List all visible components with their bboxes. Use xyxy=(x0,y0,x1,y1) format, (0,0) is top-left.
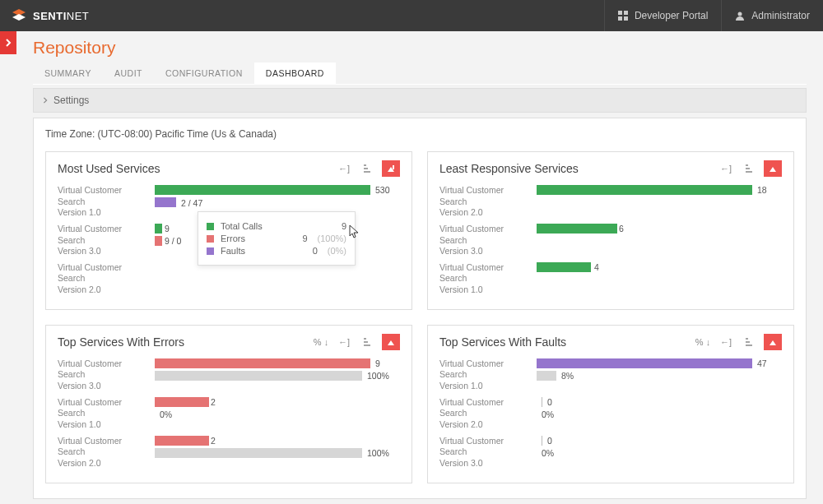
developer-portal-link[interactable]: Developer Portal xyxy=(604,0,721,31)
brand-icon xyxy=(10,9,28,22)
brand-logo[interactable]: SENTINET xyxy=(0,9,89,22)
svg-rect-3 xyxy=(624,11,628,15)
value-label: 9 xyxy=(165,224,170,234)
tab-summary[interactable]: SUMMARY xyxy=(33,62,103,84)
settings-toggle[interactable]: Settings xyxy=(33,88,807,113)
tab-audit[interactable]: AUDIT xyxy=(103,62,154,84)
sort-icon[interactable] xyxy=(359,335,375,349)
brand-text: SENTINET xyxy=(33,10,89,22)
card-most-used: Most Used Services ←] xyxy=(45,151,412,310)
pct-toggle[interactable]: % ↓ xyxy=(313,335,329,349)
svg-point-6 xyxy=(738,12,742,16)
grid-icon xyxy=(618,11,628,21)
card-title: Top Services With Faults xyxy=(439,335,566,349)
sort-icon[interactable] xyxy=(359,161,375,176)
tab-configuration[interactable]: CONFIGURATION xyxy=(154,62,254,84)
svg-rect-4 xyxy=(618,16,622,21)
card-top-faults: Top Services With Faults % ↓ ←] Virtual … xyxy=(427,325,794,483)
chevron-right-icon xyxy=(4,39,12,47)
pause-icon[interactable] xyxy=(764,334,782,350)
chart-row: Virtual Customer Search Version 2.0 xyxy=(58,262,400,296)
svg-rect-2 xyxy=(618,11,622,15)
errors-faults-label: 9 / 0 xyxy=(165,236,181,246)
chart-row: Virtual Customer SearchVersion 2.0 0 0% xyxy=(439,397,782,431)
chart-tooltip: Total Calls9 Errors9(100%) Faults0(0%) xyxy=(198,211,356,266)
developer-portal-label: Developer Portal xyxy=(635,10,708,21)
legend-swatch-red xyxy=(207,235,214,243)
collapse-icon[interactable]: ←] xyxy=(718,161,734,176)
sort-icon[interactable] xyxy=(741,335,757,349)
chart-row: Virtual Customer SearchVersion 2.0 18 xyxy=(439,185,782,219)
timezone-text: Time Zone: (UTC-08:00) Pacific Time (Us … xyxy=(45,128,794,140)
user-icon xyxy=(735,11,745,21)
chart-row: Virtual Customer SearchVersion 1.0 47 8% xyxy=(439,358,782,392)
legend-swatch-green xyxy=(207,223,214,230)
svg-rect-5 xyxy=(624,16,628,21)
chart-row: Virtual Customer SearchVersion 1.0 2 0% xyxy=(58,397,400,431)
tab-bar: SUMMARY AUDIT CONFIGURATION DASHBOARD xyxy=(33,62,807,85)
chart-row: Virtual Customer SearchVersion 2.0 2 100… xyxy=(58,436,400,469)
chart-row: Virtual Customer SearchVersion 3.0 6 xyxy=(439,224,782,257)
service-name: Virtual Customer Search Version 2.0 xyxy=(58,262,145,296)
collapse-icon[interactable]: ←] xyxy=(336,161,352,176)
chevron-right-icon xyxy=(42,97,49,104)
svg-marker-1 xyxy=(12,14,26,21)
top-bar: SENTINET Developer Portal Administrator xyxy=(0,0,823,31)
card-title: Top Services With Errors xyxy=(58,335,184,349)
page-title: Repository xyxy=(33,38,807,58)
user-label: Administrator xyxy=(751,10,810,21)
user-menu[interactable]: Administrator xyxy=(721,0,823,31)
tab-dashboard[interactable]: DASHBOARD xyxy=(254,62,336,84)
service-name: Virtual Customer Search Version 3.0 xyxy=(58,224,145,257)
chart-row: Virtual Customer SearchVersion 3.0 9 100… xyxy=(58,358,400,392)
pause-icon[interactable] xyxy=(764,160,782,177)
pause-icon[interactable] xyxy=(382,334,400,350)
collapse-icon[interactable]: ←] xyxy=(336,335,352,349)
page: Repository SUMMARY AUDIT CONFIGURATION D… xyxy=(16,31,823,504)
service-name: Virtual Customer Search Version 1.0 xyxy=(58,185,145,219)
card-title: Least Responsive Services xyxy=(439,162,579,175)
pause-icon[interactable] xyxy=(382,160,400,177)
chart-row: Virtual Customer SearchVersion 1.0 4 xyxy=(439,262,782,296)
pct-toggle[interactable]: % ↓ xyxy=(695,335,711,349)
sidebar-toggle[interactable] xyxy=(0,31,16,54)
legend-swatch-purple xyxy=(207,247,214,255)
chart-row: Virtual Customer SearchVersion 3.0 0 0% xyxy=(439,436,782,469)
dashboard-content: Time Zone: (UTC-08:00) Pacific Time (Us … xyxy=(33,118,807,499)
sort-icon[interactable] xyxy=(741,161,757,176)
settings-label: Settings xyxy=(53,95,89,106)
collapse-icon[interactable]: ←] xyxy=(718,335,734,349)
svg-rect-8 xyxy=(393,165,395,169)
card-least-responsive: Least Responsive Services ←] Virtual Cus… xyxy=(427,151,794,310)
card-title: Most Used Services xyxy=(58,162,160,175)
card-top-errors: Top Services With Errors % ↓ ←] Virtual … xyxy=(45,325,412,483)
